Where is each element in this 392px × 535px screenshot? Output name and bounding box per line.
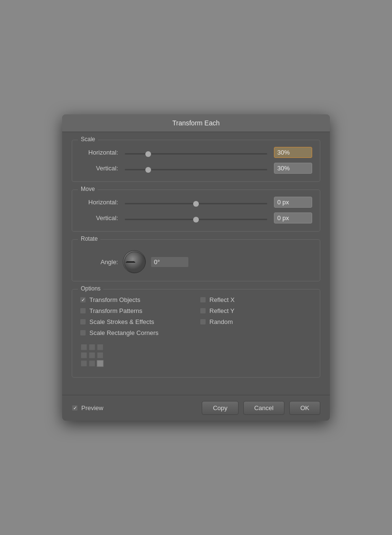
scale-vertical-slider-wrapper <box>123 165 269 172</box>
svg-rect-9 <box>89 360 95 367</box>
scale-vertical-slider[interactable] <box>125 169 267 170</box>
scale-section-label: Scale <box>78 136 98 143</box>
options-section: Options Transform Objects Reflect X T <box>72 289 320 378</box>
dialog-title: Transform Each <box>172 119 219 127</box>
checkbox-random-label: Random <box>209 318 233 325</box>
rotate-angle-label: Angle: <box>80 258 123 266</box>
checkbox-row-scale-rectangle: Scale Rectangle Corners <box>80 329 192 336</box>
cancel-button[interactable]: Cancel <box>243 401 284 415</box>
scale-horizontal-row: Horizontal: <box>80 147 312 158</box>
move-horizontal-slider-wrapper <box>123 199 269 206</box>
transform-point-grid-svg[interactable] <box>80 343 105 368</box>
checkbox-row-transform-patterns: Transform Patterns <box>80 307 192 314</box>
scale-horizontal-input[interactable] <box>274 147 312 158</box>
move-horizontal-row: Horizontal: <box>80 197 312 208</box>
checkbox-row-scale-strokes: Scale Strokes & Effects <box>80 318 192 325</box>
scale-section: Scale Horizontal: Vertical: <box>72 140 320 182</box>
svg-rect-8 <box>81 360 87 367</box>
footer-buttons: Copy Cancel OK <box>202 401 320 415</box>
rotate-angle-input[interactable] <box>151 256 189 268</box>
move-vertical-input[interactable] <box>274 212 312 223</box>
checkbox-scale-strokes-label: Scale Strokes & Effects <box>89 318 154 325</box>
svg-rect-3 <box>89 344 95 350</box>
scale-vertical-input[interactable] <box>274 163 312 174</box>
move-horizontal-slider[interactable] <box>125 203 267 204</box>
transform-point-container <box>80 343 312 369</box>
checkbox-random[interactable] <box>200 319 206 325</box>
footer-preview-area: Preview <box>72 404 197 412</box>
svg-rect-5 <box>81 352 87 358</box>
checkbox-transform-objects[interactable] <box>80 297 86 303</box>
checkbox-scale-rectangle-label: Scale Rectangle Corners <box>89 329 159 336</box>
svg-rect-10 <box>97 360 103 367</box>
checkbox-reflect-x-label: Reflect X <box>209 296 235 303</box>
preview-label: Preview <box>81 404 103 412</box>
checkbox-transform-objects-label: Transform Objects <box>89 296 140 303</box>
checkbox-reflect-x[interactable] <box>200 297 206 303</box>
checkbox-scale-strokes[interactable] <box>80 319 86 325</box>
move-section-label: Move <box>78 186 98 192</box>
checkbox-reflect-y-label: Reflect Y <box>209 307 235 314</box>
dialog-titlebar: Transform Each <box>62 114 330 132</box>
checkbox-row-transform-objects: Transform Objects <box>80 296 192 303</box>
scale-horizontal-label: Horizontal: <box>80 149 123 156</box>
rotate-row: Angle: <box>80 250 312 273</box>
move-section: Move Horizontal: Vertical: <box>72 189 320 232</box>
copy-button[interactable]: Copy <box>202 401 238 415</box>
checkbox-transform-patterns-label: Transform Patterns <box>89 307 142 314</box>
checkbox-preview[interactable] <box>72 405 78 411</box>
scale-vertical-label: Vertical: <box>80 165 123 172</box>
checkbox-row-reflect-x: Reflect X <box>200 296 312 303</box>
angle-dial-svg <box>123 251 146 274</box>
checkbox-row-random: Random <box>200 318 312 325</box>
svg-rect-7 <box>97 352 103 358</box>
dialog-content: Scale Horizontal: Vertical: <box>62 132 330 395</box>
scale-vertical-row: Vertical: <box>80 163 312 174</box>
svg-rect-2 <box>81 344 87 350</box>
move-horizontal-input[interactable] <box>274 197 312 208</box>
move-vertical-slider-wrapper <box>123 214 269 222</box>
move-vertical-label: Vertical: <box>80 214 123 222</box>
checkbox-row-reflect-y: Reflect Y <box>200 307 312 314</box>
scale-horizontal-slider[interactable] <box>125 153 267 155</box>
move-horizontal-label: Horizontal: <box>80 199 123 206</box>
checkbox-reflect-y[interactable] <box>200 308 206 314</box>
rotate-section: Rotate Angle: <box>72 239 320 281</box>
svg-rect-6 <box>89 352 95 358</box>
angle-dial[interactable] <box>123 250 146 273</box>
ok-button[interactable]: OK <box>289 401 320 415</box>
dialog-footer: Preview Copy Cancel OK <box>62 395 330 421</box>
svg-rect-4 <box>97 344 103 350</box>
move-vertical-slider[interactable] <box>125 219 267 220</box>
options-grid: Transform Objects Reflect X Transform Pa… <box>80 296 312 336</box>
dialog-wrapper: Transform Each Scale Horizontal: Vertica… <box>48 100 344 435</box>
scale-horizontal-slider-wrapper <box>123 149 269 156</box>
move-vertical-row: Vertical: <box>80 212 312 223</box>
options-section-label: Options <box>78 285 103 292</box>
transform-each-dialog: Transform Each Scale Horizontal: Vertica… <box>62 114 330 421</box>
checkbox-transform-patterns[interactable] <box>80 308 86 314</box>
rotate-section-label: Rotate <box>78 235 100 242</box>
checkbox-scale-rectangle[interactable] <box>80 330 86 336</box>
